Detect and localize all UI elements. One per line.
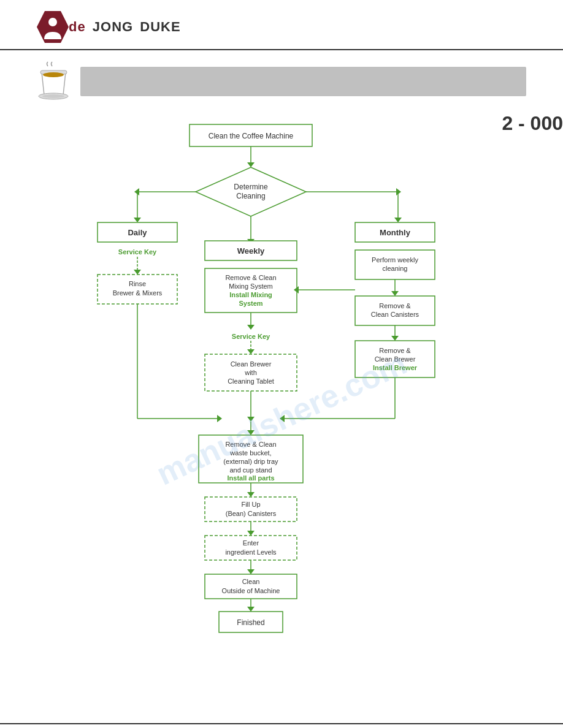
svg-text:and cup stand: and cup stand	[229, 466, 272, 474]
svg-point-1	[48, 18, 57, 26]
coffee-cup	[37, 61, 71, 101]
svg-text:Monthly: Monthly	[380, 228, 411, 237]
main-content: 2 - 000 manualshere.com Clean the Coffee…	[0, 112, 563, 725]
svg-text:Cleaning: Cleaning	[236, 192, 265, 200]
svg-text:Rinse: Rinse	[129, 280, 146, 287]
svg-marker-22	[394, 218, 402, 222]
svg-marker-31	[134, 270, 141, 275]
logo-de: de	[69, 19, 86, 34]
svg-text:Service Key: Service Key	[232, 333, 270, 340]
svg-text:Remove & Clean: Remove & Clean	[225, 274, 276, 281]
svg-text:Perform weekly: Perform weekly	[372, 256, 418, 264]
svg-marker-37	[217, 415, 222, 422]
page-code: 2 - 000	[502, 112, 563, 135]
svg-marker-60	[391, 291, 399, 296]
svg-text:Weekly: Weekly	[237, 246, 265, 256]
svg-marker-92	[247, 569, 255, 574]
svg-marker-9	[247, 162, 255, 167]
svg-text:(Bean) Canisters: (Bean) Canisters	[226, 510, 277, 517]
svg-text:Cleaning Tablet: Cleaning Tablet	[228, 377, 274, 385]
svg-marker-82	[247, 492, 255, 497]
svg-text:Remove &: Remove &	[379, 347, 411, 354]
svg-marker-20	[396, 188, 401, 195]
svg-marker-16	[134, 218, 141, 222]
svg-text:Outside of Machine: Outside of Machine	[222, 587, 280, 594]
svg-marker-72	[280, 415, 285, 422]
svg-marker-97	[247, 607, 255, 612]
svg-text:Clean: Clean	[242, 578, 260, 585]
svg-marker-74	[247, 430, 255, 435]
svg-text:Clean the Coffee Machine: Clean the Coffee Machine	[209, 132, 294, 140]
svg-text:with: with	[244, 369, 257, 376]
svg-text:Remove & Clean: Remove & Clean	[225, 441, 276, 448]
svg-text:Daily: Daily	[128, 228, 147, 237]
banner	[0, 50, 563, 112]
svg-text:Clean Canisters: Clean Canisters	[371, 311, 419, 318]
logo-text: de JONG DUKE	[69, 19, 181, 35]
svg-text:Remove &: Remove &	[379, 302, 411, 309]
svg-text:Determine: Determine	[234, 183, 268, 191]
logo: de JONG DUKE	[37, 11, 181, 43]
logo-duke: DUKE	[140, 19, 180, 34]
svg-text:Install Mixing: Install Mixing	[229, 291, 272, 298]
footer-line	[0, 723, 563, 728]
svg-text:waste bucket,: waste bucket,	[229, 449, 271, 457]
logo-jong: JONG	[93, 19, 133, 34]
svg-point-3	[43, 72, 64, 77]
svg-text:Install all parts: Install all parts	[227, 474, 274, 482]
svg-text:Finished: Finished	[237, 618, 264, 627]
svg-marker-65	[391, 336, 399, 341]
svg-text:Service Key: Service Key	[118, 248, 157, 256]
svg-text:(external) drip tray: (external) drip tray	[223, 458, 278, 465]
banner-bar	[80, 67, 526, 96]
svg-text:Install Brewer: Install Brewer	[373, 364, 418, 371]
svg-text:Fill Up: Fill Up	[241, 501, 260, 508]
svg-text:Mixing System: Mixing System	[229, 282, 273, 290]
svg-text:System: System	[239, 300, 262, 307]
svg-text:Enter: Enter	[243, 539, 259, 547]
svg-text:Clean Brewer: Clean Brewer	[375, 355, 416, 363]
svg-text:Brewer & Mixers: Brewer & Mixers	[113, 289, 163, 297]
svg-point-5	[42, 94, 64, 98]
flowchart: Clean the Coffee Machine Determine Clean…	[67, 118, 496, 700]
svg-marker-49	[247, 349, 255, 354]
svg-marker-55	[247, 417, 255, 422]
svg-marker-14	[134, 188, 139, 195]
svg-marker-87	[247, 531, 255, 536]
logo-icon	[37, 11, 69, 43]
header: de JONG DUKE	[0, 0, 563, 50]
svg-text:Clean Brewer: Clean Brewer	[231, 360, 272, 368]
svg-marker-46	[247, 325, 255, 330]
svg-text:cleaning: cleaning	[383, 265, 408, 272]
svg-text:ingredient Levels: ingredient Levels	[225, 548, 277, 556]
